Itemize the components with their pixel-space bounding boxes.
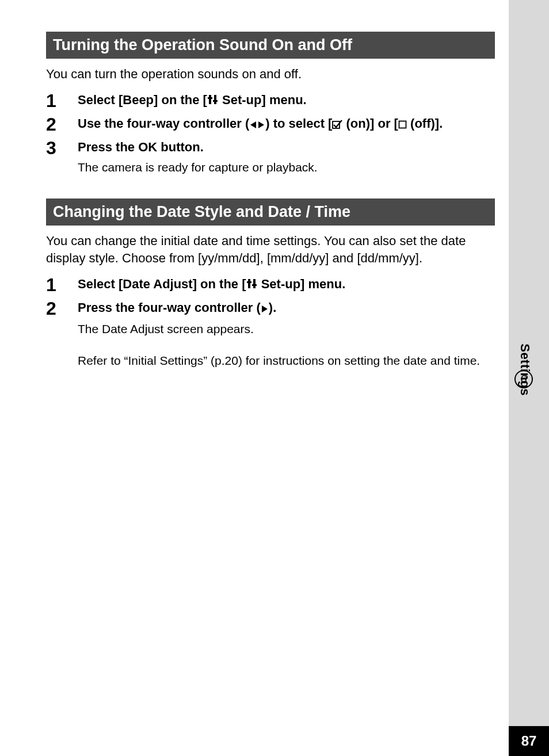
svg-marker-5 <box>258 121 264 128</box>
text: Press the four-way controller ( <box>78 300 261 315</box>
step-1-2: 2 Use the four-way controller () to sele… <box>46 114 495 135</box>
svg-marker-12 <box>262 306 268 312</box>
section1-intro: You can turn the operation sounds on and… <box>46 66 495 83</box>
svg-rect-2 <box>214 95 216 104</box>
text: ) to select [ <box>265 116 332 131</box>
section-header-beep: Turning the Operation Sound On and Off <box>46 32 495 59</box>
setup-icon <box>246 276 258 295</box>
text: Use the four-way controller ( <box>78 116 249 131</box>
svg-rect-1 <box>208 97 212 99</box>
text: Select [Date Adjust] on the [ <box>78 277 246 291</box>
page-number: 87 <box>509 726 549 756</box>
checkbox-off-icon <box>398 116 407 134</box>
step-title: Press the four-way controller (). <box>78 299 495 318</box>
step-desc: The camera is ready for capture or playb… <box>78 159 495 175</box>
text: Set-up] menu. <box>258 277 346 291</box>
chapter-label: Settings <box>517 343 532 396</box>
step-title: Use the four-way controller () to select… <box>78 114 495 134</box>
text: (on)] or [ <box>342 116 398 131</box>
svg-rect-3 <box>213 100 218 102</box>
svg-rect-11 <box>252 284 257 286</box>
step-title: Press the OK button. <box>78 138 495 156</box>
checkbox-on-icon <box>332 116 342 134</box>
step-title: Select [Date Adjust] on the [ Set-up] me… <box>78 275 495 295</box>
svg-rect-0 <box>209 95 211 104</box>
section-header-date: Changing the Date Style and Date / Time <box>46 198 495 226</box>
step-desc: The Date Adjust screen appears. <box>78 320 495 337</box>
step-number: 2 <box>46 299 78 369</box>
step-2-2: 2 Press the four-way controller (). The … <box>46 299 495 369</box>
svg-rect-8 <box>248 279 250 288</box>
text: Select [Beep] on the [ <box>78 93 207 107</box>
svg-rect-9 <box>247 281 251 283</box>
step-number: 2 <box>46 114 78 135</box>
text: Set-up] menu. <box>219 93 307 107</box>
step-2-1: 1 Select [Date Adjust] on the [ Set-up] … <box>46 275 495 295</box>
section2-intro: You can change the initial date and time… <box>46 232 495 266</box>
step-desc: Refer to “Initial Settings” (p.20) for i… <box>78 352 495 369</box>
step-number: 3 <box>46 138 78 175</box>
text: (off)]. <box>407 116 443 131</box>
main-content: Turning the Operation Sound On and Off Y… <box>46 32 495 373</box>
setup-icon <box>207 92 219 110</box>
manual-page: Turning the Operation Sound On and Off Y… <box>0 0 549 756</box>
svg-rect-10 <box>253 279 256 288</box>
left-arrow-icon <box>249 116 257 134</box>
step-1-1: 1 Select [Beep] on the [ Set-up] menu. <box>46 91 495 111</box>
right-arrow-icon <box>257 116 265 134</box>
step-title: Select [Beep] on the [ Set-up] menu. <box>78 91 495 110</box>
step-number: 1 <box>46 91 78 111</box>
text: ). <box>269 300 276 315</box>
svg-rect-7 <box>399 121 406 128</box>
svg-marker-4 <box>250 121 256 128</box>
step-1-3: 3 Press the OK button. The camera is rea… <box>46 138 495 175</box>
step-number: 1 <box>46 275 78 295</box>
right-arrow-icon <box>261 300 269 318</box>
